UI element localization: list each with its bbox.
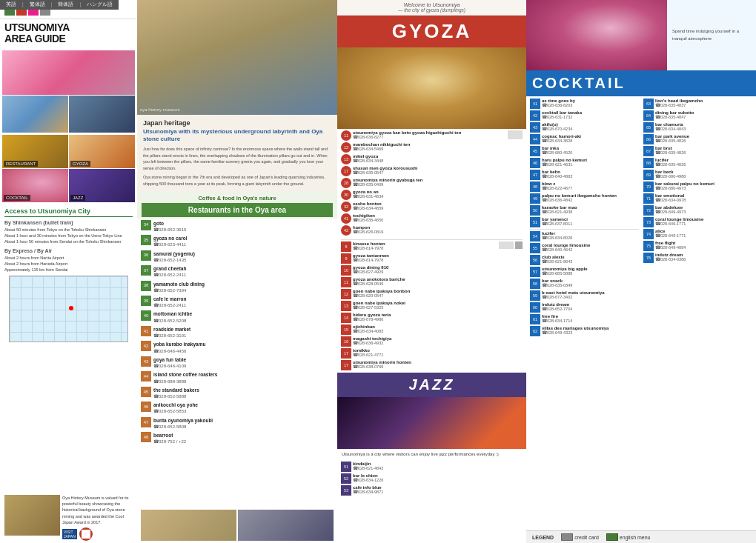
cnum-60: 60 xyxy=(530,302,540,313)
citem-60-content: indutz dream ☎028-652-7704 xyxy=(542,302,572,311)
oya-rest-item-6: 39 cafe le marron ☎028-652-2411 xyxy=(141,296,334,308)
bottom-logos: VISITJAPAN xyxy=(62,527,133,541)
citem-60: 60 indutz dream ☎028-652-7704 xyxy=(530,302,639,313)
cocktail-label: COCKTAIL xyxy=(4,195,30,201)
rest-phone-6: ☎028-652-2411 xyxy=(153,302,334,308)
citem-65-content: bar chamuria ☎028-634-4843 xyxy=(655,122,686,131)
rest-phone-3: ☎028-652-1435 xyxy=(153,257,334,263)
citem-66-phone: ☎028-635-4826 xyxy=(655,139,689,143)
rest-content-11: island stone coffee roasters ☎028-688-38… xyxy=(153,371,334,384)
cnum-55: 55 xyxy=(530,243,540,253)
citem-45: 45 bar inka ☎028-680-4520 xyxy=(530,146,639,156)
cnum-64: 64 xyxy=(643,110,654,121)
tab-korean[interactable]: ハングル語 xyxy=(84,1,116,9)
citem-41-content: as time goes by ☎028-636-8203 xyxy=(542,99,575,107)
jazz-intro-text: Utsunomiya is a city where visitors can … xyxy=(337,449,526,460)
gsq-10-phone: ☎028-627-4929 xyxy=(353,270,388,274)
rest-content-4: grand cheetah ☎028-652-2411 xyxy=(153,265,334,278)
gsq-17c: 17 utsunomiya minorin honten ☎028-638-07… xyxy=(341,360,523,370)
language-tabs[interactable]: 英語 | 繁体語 | 簡体語 | ハングル語 xyxy=(0,0,119,10)
gyoza-header-text: GYOZA xyxy=(392,20,471,42)
restaurants-header-text: Restaurants in the Oya area xyxy=(188,206,286,214)
oya-rest-item-7: 40 mottoman ichibe ☎028-652-5208 xyxy=(141,310,334,323)
rest-phone-8: ☎028-652-3101 xyxy=(153,333,334,339)
divider-c1 xyxy=(530,229,639,230)
legend-label: LEGEND xyxy=(532,535,554,540)
gsq-13b-content: goen nabe ipakaya nokei ☎028-627-5325 xyxy=(353,301,405,310)
cnum-72: 72 xyxy=(643,205,654,216)
cocktail-top: Spend time indulging yourself in a tranq… xyxy=(526,0,756,70)
oya-museum-text: Oya History Museum is valued for its pow… xyxy=(62,495,133,541)
cnum-58: 58 xyxy=(530,279,540,289)
color-blocks xyxy=(4,10,133,16)
gyoza-item-41t: 41 tochigiken ☎028-635-4650 xyxy=(341,213,523,224)
gyoza-item-17: 17 shasan men gyoza korousushi ☎028-635-… xyxy=(341,166,523,176)
access-express-text: About 2 hours from Narita Airport About … xyxy=(4,255,133,273)
jitem-53-content: cafe info blue ☎028-634-9871 xyxy=(353,485,383,494)
citem-71: 71 bar emotional ☎028-634-0978 xyxy=(643,193,752,204)
citem-47-content: bar kehn ☎028-640-4863 xyxy=(542,170,572,179)
citem-66-content: bar park avenue ☎028-635-4826 xyxy=(655,134,689,143)
jnum-52: 52 xyxy=(341,473,351,484)
rest-content-8: roadside market ☎028-652-3101 xyxy=(153,326,334,339)
jazz-item-53: 53 cafe info blue ☎028-634-9871 xyxy=(341,485,523,496)
heritage-subtitle: Utsunomiya with its mysterious undergrou… xyxy=(143,128,331,144)
cnum-69: 69 xyxy=(643,170,654,180)
citem-48-content: blow z ☎028-622-4677 xyxy=(542,181,572,190)
citem-73-content: coral lounge limousine ☎028-649-1771 xyxy=(655,217,703,226)
rest-num-2: 35 xyxy=(141,235,151,245)
gsq-17b-content: tomikko ☎028-621-4771 xyxy=(353,348,383,357)
gsq-15-content: ojichinban ☎028-634-4083 xyxy=(353,324,383,333)
rest-num-1: 34 xyxy=(141,220,151,230)
gsq-16-phone: ☎028-636-4932 xyxy=(353,341,391,345)
tab-simplified[interactable]: 簡体語 xyxy=(55,1,76,9)
citem-58-phone: ☎028-635-0349 xyxy=(542,283,572,287)
citem-76-content: indutz dream ☎028-634-0386 xyxy=(655,253,686,261)
citem-56-content: club alexis ☎028-621-9643 xyxy=(542,255,572,264)
citem-57-content: utsunomiya big apple ☎028-685-5888 xyxy=(542,267,588,276)
citem-67-phone: ☎028-635-4826 xyxy=(655,150,686,155)
gsq-8-icon2 xyxy=(515,241,523,249)
access-map xyxy=(9,276,128,342)
rest-name-13: anikocchi oya yohe xyxy=(153,402,334,408)
oya-rest-item-13: 46 anikocchi oya yohe ☎028-652-5853 xyxy=(141,402,334,414)
gsq-14-content: hideru gyoza teria ☎028-678-4980 xyxy=(353,313,391,322)
heritage-body-2: Oya stone mining began in the 7th era an… xyxy=(143,174,331,187)
citem-59-content: b-east hotel mats utsunomiya ☎028-677-34… xyxy=(542,290,605,299)
gsqnum-11b: 11 xyxy=(341,277,351,287)
gsqnum-17c: 17 xyxy=(341,360,351,370)
gitem-13-content: mikel gyozu ☎028-634-3448 xyxy=(353,154,383,163)
rest-num-12: 45 xyxy=(141,387,151,397)
gitem-28-phone: ☎028-635-0409 xyxy=(353,182,422,187)
citem-51b: 51 bar yamenci ☎028-637-8011 xyxy=(530,217,639,227)
citem-72-content: bar abdeluxe ☎028-649-4973 xyxy=(655,205,686,214)
citem-73: 73 coral lounge limousine ☎028-649-1771 xyxy=(643,217,752,227)
citem-42-phone: ☎028-631-1732 xyxy=(542,115,582,119)
qr-inner xyxy=(82,530,90,539)
cnum-71: 71 xyxy=(643,193,654,204)
cnum-76: 76 xyxy=(643,253,654,263)
oya-rest-item-12: 45 the standard bakers ☎028-652-5888 xyxy=(141,387,334,399)
citem-70-phone: ☎028-680-4973 xyxy=(655,186,714,190)
cocktail-listings: 41 as time goes by ☎028-636-8203 42 cock… xyxy=(526,96,756,530)
access-subhead-train: By Shinkansen (bullet train) xyxy=(4,220,133,225)
cnum-47: 47 xyxy=(530,170,540,180)
oya-rest-item-4: 37 grand cheetah ☎028-652-2411 xyxy=(141,265,334,278)
jnum-53: 53 xyxy=(341,485,351,496)
tab-traditional[interactable]: 繁体語 xyxy=(27,1,48,9)
gitem-30-phone: ☎028-631-4634 xyxy=(353,194,383,199)
gitem-28-content: utsunomiya minorin gyabuga ten ☎028-635-… xyxy=(353,178,422,187)
gitem-30-content: gyoza no an ☎028-631-4634 xyxy=(353,190,383,199)
citem-43-phone: ☎028-670-4234 xyxy=(542,127,572,131)
citem-51b-phone: ☎028-637-8011 xyxy=(542,221,572,226)
citem-41-phone: ☎028-636-8203 xyxy=(542,103,575,107)
welcome-line2: — the city of gyoza (dumplings) xyxy=(342,7,522,13)
oya-rest-item-9: 42 yoba kurabo inakyamu ☎028-646-4456 xyxy=(141,341,334,353)
jitem-52-phone: ☎028-634-1226 xyxy=(353,478,383,482)
citem-63: 63 lion's head ikegamcho ☎028-635-4837 xyxy=(643,99,752,109)
tab-japanese[interactable]: 英語 xyxy=(3,1,19,9)
rest-num-15: 48 xyxy=(141,432,151,442)
rest-content-12: the standard bakers ☎028-652-5888 xyxy=(153,387,334,399)
gsq-9-phone: ☎028-614-7978 xyxy=(353,258,389,262)
gsq-10-content: gyoza dining 810 ☎028-627-4929 xyxy=(353,265,388,274)
